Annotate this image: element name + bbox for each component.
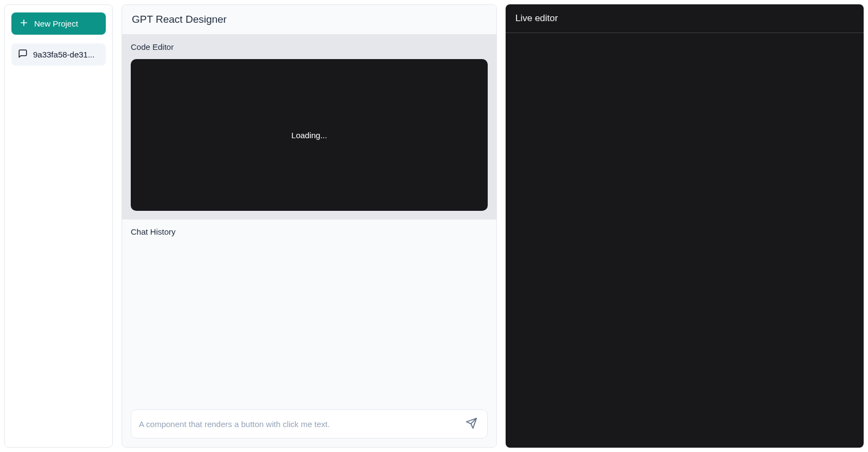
code-editor[interactable]: Loading... — [131, 59, 488, 211]
main-panel: GPT React Designer Code Editor Loading..… — [122, 4, 497, 448]
app-root: New Project 9a33fa58-de31... GPT React D… — [0, 0, 868, 452]
live-editor-panel: Live editor — [506, 4, 864, 448]
send-button[interactable] — [463, 415, 480, 433]
chat-input-row — [131, 409, 488, 438]
live-editor-header: Live editor — [506, 4, 864, 33]
chat-section: Chat History — [122, 219, 496, 447]
chat-history — [131, 236, 488, 409]
chat-history-label: Chat History — [131, 227, 488, 236]
send-icon — [465, 417, 477, 431]
project-item[interactable]: 9a33fa58-de31... — [11, 43, 106, 66]
code-editor-status: Loading... — [291, 131, 327, 140]
chat-input[interactable] — [139, 419, 458, 429]
live-editor-title: Live editor — [515, 13, 854, 24]
code-editor-section: Code Editor Loading... — [122, 35, 496, 219]
sidebar: New Project 9a33fa58-de31... — [4, 4, 113, 448]
live-editor-body[interactable] — [506, 33, 864, 448]
new-project-label: New Project — [34, 19, 78, 28]
project-item-label: 9a33fa58-de31... — [33, 50, 94, 59]
new-project-button[interactable]: New Project — [11, 12, 106, 35]
code-editor-label: Code Editor — [131, 42, 488, 51]
main-header: GPT React Designer — [122, 5, 496, 35]
app-title: GPT React Designer — [132, 14, 487, 25]
project-list: 9a33fa58-de31... — [11, 43, 106, 66]
plus-icon — [19, 18, 29, 29]
chat-icon — [18, 49, 28, 60]
